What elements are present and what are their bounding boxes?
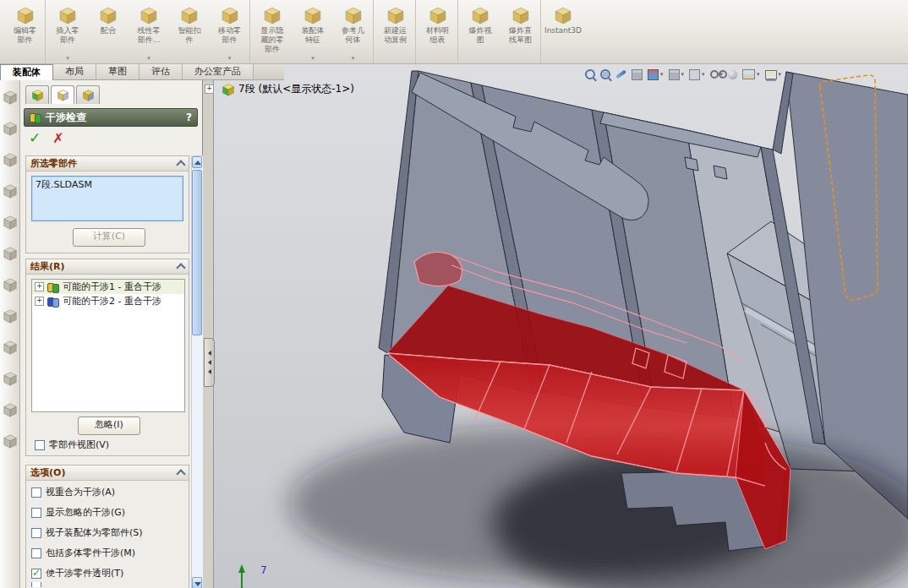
- cancel-button[interactable]: ✗: [52, 130, 63, 146]
- property-manager-tab[interactable]: [51, 85, 74, 104]
- insert-components-icon[interactable]: [3, 90, 18, 105]
- new-motion-study-button[interactable]: 新建运 动算例: [375, 0, 416, 63]
- mate-button[interactable]: 配合: [88, 0, 129, 63]
- calculate-button[interactable]: 计算(C): [73, 228, 145, 247]
- new-motion-study-icon: [386, 6, 405, 24]
- flyout-feature-tree: 7段 (默认<显示状态-1>): [205, 82, 354, 96]
- hide-show-items-icon[interactable]: [710, 68, 724, 81]
- tree-expander[interactable]: [205, 84, 214, 94]
- view-orientation-wand-icon[interactable]: [615, 68, 626, 81]
- move-component-icon: [221, 6, 239, 24]
- collapse-chevron-icon: [176, 469, 185, 478]
- bill-of-materials-icon[interactable]: [3, 371, 18, 386]
- clipped-checkbox[interactable]: [31, 582, 46, 587]
- explode-line-sketch-button[interactable]: 爆炸直 线草图: [500, 0, 541, 63]
- selected-components-header[interactable]: 所选零部件: [26, 156, 189, 172]
- edit-component-icon: [16, 6, 35, 24]
- edit-component-button[interactable]: 编辑零 部件: [5, 0, 46, 63]
- results-header[interactable]: 结果(R): [26, 259, 189, 275]
- panel-collapse-handle[interactable]: [204, 338, 215, 387]
- previous-view-icon[interactable]: [632, 68, 643, 81]
- smart-fasteners-icon: [180, 6, 199, 24]
- display-style-icon[interactable]: [689, 68, 705, 81]
- linear-component-pattern-button[interactable]: 线性零 部件...: [129, 0, 169, 63]
- bill-of-materials-button[interactable]: 材料明 细表: [418, 0, 458, 63]
- ribbon-toolbar: 编辑零 部件 插入零 部件 配合 线性零 部件... 智能扣 件 移动零 部件 …: [0, 0, 908, 64]
- ok-button[interactable]: ✓: [29, 129, 41, 146]
- treat-coincidence-as-interference-checkbox[interactable]: 视重合为干涉(A): [31, 486, 115, 498]
- interference-result-1[interactable]: 可能的干涉1 - 重合干涉: [32, 280, 184, 294]
- tab-office-products[interactable]: 办公室产品: [183, 64, 254, 79]
- selected-components-list[interactable]: 7段.SLDASM: [31, 176, 183, 221]
- headsup-view-toolbar: [585, 68, 781, 81]
- instant3d-button[interactable]: Instant3D: [543, 0, 583, 63]
- show-hidden-components-button[interactable]: 显示隐 藏的零 部件: [252, 0, 293, 63]
- model-canvas[interactable]: [213, 64, 908, 588]
- linear-component-pattern-icon[interactable]: [3, 152, 18, 167]
- options-header[interactable]: 选项(O): [26, 466, 189, 481]
- zoom-area-icon[interactable]: [600, 68, 610, 81]
- reference-geometry-icon: [344, 6, 363, 24]
- origin-label: 7: [260, 564, 267, 576]
- exploded-view-button[interactable]: 爆炸视 图: [460, 0, 500, 63]
- feature-manager-tab[interactable]: [25, 85, 49, 104]
- explode-line-sketch-icon: [511, 6, 530, 24]
- make-interfering-parts-transparent-checkbox[interactable]: 使干涉零件透明(T): [31, 567, 123, 580]
- reference-geometry-button[interactable]: 参考几 何体: [333, 0, 374, 63]
- view-orientation-icon[interactable]: [669, 68, 685, 81]
- results-group: 结果(R) 可能的干涉1 - 重合干涉 可能的干涉2 - 重合干涉 忽略(I) …: [25, 259, 189, 456]
- graphics-viewport[interactable]: 7: [213, 64, 908, 588]
- smart-fasteners-button[interactable]: 智能扣 件: [169, 0, 210, 63]
- tree-expander[interactable]: [35, 297, 44, 306]
- show-hidden-components-icon: [263, 6, 282, 24]
- panel-splitter: [203, 79, 214, 588]
- treat-subassemblies-as-components-checkbox[interactable]: 视子装配体为零部件(S): [31, 526, 143, 539]
- left-vertical-toolbar: [0, 79, 20, 588]
- configuration-manager-tab[interactable]: [76, 85, 100, 104]
- selected-component-item[interactable]: 7段.SLDASM: [36, 179, 92, 190]
- component-view-checkbox[interactable]: 零部件视图(V): [35, 438, 109, 451]
- edit-appearance-icon[interactable]: [728, 68, 737, 81]
- apply-scene-icon[interactable]: [742, 68, 760, 81]
- reference-geometry-icon[interactable]: [3, 308, 18, 324]
- show-ignored-interferences-checkbox[interactable]: 显示忽略的干涉(G): [31, 506, 125, 519]
- view-settings-icon[interactable]: [765, 68, 782, 81]
- insert-components-button[interactable]: 插入零 部件: [47, 0, 88, 63]
- scroll-down-button[interactable]: [192, 577, 202, 588]
- tab-sketch[interactable]: 草图: [96, 64, 139, 79]
- interference-result-2[interactable]: 可能的干涉2 - 重合干涉: [32, 294, 184, 308]
- exploded-view-icon[interactable]: [3, 402, 18, 417]
- panel-title-bar: 干涉检查 ?: [24, 108, 198, 127]
- tab-evaluate[interactable]: 评估: [139, 64, 183, 79]
- smart-fasteners-icon[interactable]: [3, 183, 18, 199]
- show-hidden-components-icon[interactable]: [3, 246, 18, 261]
- move-component-button[interactable]: 移动零 部件: [210, 0, 250, 63]
- insert-components-icon: [58, 6, 77, 24]
- assembly-features-icon[interactable]: [3, 277, 18, 292]
- move-component-icon[interactable]: [3, 215, 18, 230]
- selected-components-group: 所选零部件 7段.SLDASM 计算(C): [25, 155, 189, 253]
- origin-triad: 7: [223, 546, 274, 588]
- new-motion-study-icon[interactable]: [3, 340, 18, 355]
- tree-expander[interactable]: [35, 282, 44, 291]
- interference-icon: [47, 282, 59, 292]
- mate-icon: [99, 6, 118, 24]
- help-button[interactable]: ?: [186, 112, 192, 123]
- panel-title: 干涉检查: [46, 111, 186, 125]
- panel-tab-strip: [25, 85, 101, 104]
- scroll-up-button[interactable]: [192, 156, 202, 168]
- assembly-icon: [222, 83, 235, 96]
- assembly-features-button[interactable]: 装配体 特征: [293, 0, 333, 63]
- include-multibody-part-interferences-checkbox[interactable]: 包括多体零件干涉(M): [31, 547, 135, 559]
- tab-assembly[interactable]: 装配体: [0, 64, 53, 80]
- explode-line-sketch-icon[interactable]: [3, 433, 18, 449]
- collapse-chevron-icon: [176, 160, 185, 169]
- mate-icon[interactable]: [3, 121, 18, 136]
- ignore-button[interactable]: 忽略(I): [78, 416, 140, 435]
- section-view-icon[interactable]: [648, 68, 664, 81]
- assembly-tree-label[interactable]: 7段 (默认<显示状态-1>): [238, 82, 354, 96]
- scrollbar-thumb[interactable]: [192, 170, 202, 335]
- zoom-fit-icon[interactable]: [585, 68, 595, 81]
- tab-layout[interactable]: 布局: [53, 64, 96, 79]
- results-tree[interactable]: 可能的干涉1 - 重合干涉 可能的干涉2 - 重合干涉: [31, 279, 185, 412]
